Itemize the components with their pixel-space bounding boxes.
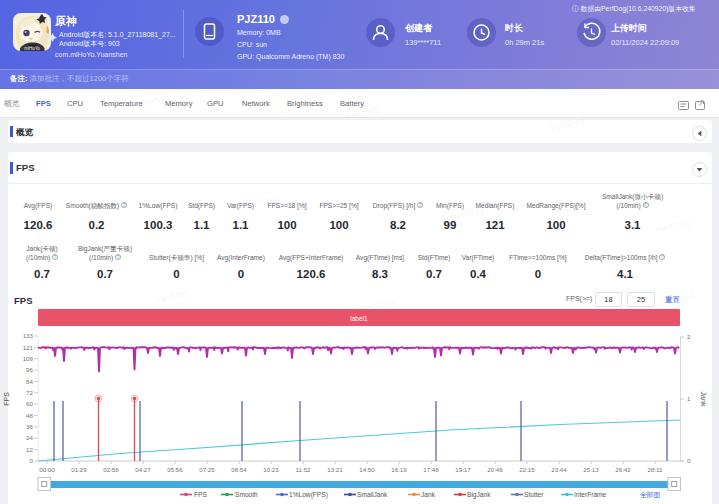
svg-text:01:29: 01:29 xyxy=(71,466,87,473)
svg-text:InterFrame: InterFrame xyxy=(574,491,607,498)
svg-text:label1: label1 xyxy=(350,315,368,322)
svg-text:17:48: 17:48 xyxy=(423,466,439,473)
svg-text:24: 24 xyxy=(26,434,33,441)
svg-text:26:42: 26:42 xyxy=(615,466,631,473)
svg-text:133: 133 xyxy=(23,332,34,339)
svg-text:60: 60 xyxy=(26,400,33,407)
svg-text:Jank: Jank xyxy=(421,491,436,498)
svg-text:36: 36 xyxy=(26,423,33,430)
svg-text:22:15: 22:15 xyxy=(519,466,535,473)
svg-text:121: 121 xyxy=(23,344,34,351)
svg-text:FPS: FPS xyxy=(194,491,207,498)
svg-text:00:00: 00:00 xyxy=(39,466,55,473)
svg-text:19:17: 19:17 xyxy=(455,466,471,473)
svg-text:48: 48 xyxy=(26,412,33,419)
svg-text:0: 0 xyxy=(30,457,34,464)
svg-text:02:58: 02:58 xyxy=(103,466,119,473)
svg-text:2: 2 xyxy=(687,333,691,340)
svg-text:28:11: 28:11 xyxy=(647,466,663,473)
svg-text:10:23: 10:23 xyxy=(263,466,279,473)
svg-text:Jank: Jank xyxy=(700,392,707,407)
svg-text:72: 72 xyxy=(26,389,33,396)
svg-text:04:27: 04:27 xyxy=(135,466,151,473)
svg-text:84: 84 xyxy=(26,378,33,385)
svg-text:07:25: 07:25 xyxy=(199,466,215,473)
svg-text:96: 96 xyxy=(26,366,33,373)
svg-text:SmallJank: SmallJank xyxy=(357,491,388,498)
svg-text:08:54: 08:54 xyxy=(231,466,247,473)
svg-text:20:46: 20:46 xyxy=(487,466,503,473)
svg-text:25:13: 25:13 xyxy=(583,466,599,473)
svg-text:Stutter: Stutter xyxy=(524,491,544,498)
svg-text:0: 0 xyxy=(687,457,691,464)
svg-text:05:56: 05:56 xyxy=(167,466,183,473)
svg-text:109: 109 xyxy=(23,355,34,362)
svg-text:FPS: FPS xyxy=(3,392,10,406)
svg-text:13:21: 13:21 xyxy=(327,466,343,473)
svg-text:12: 12 xyxy=(26,446,33,453)
svg-text:23:44: 23:44 xyxy=(551,466,567,473)
svg-text:全部图: 全部图 xyxy=(640,491,660,499)
svg-text:Smooth: Smooth xyxy=(235,491,258,498)
svg-text:1%Low(FPS): 1%Low(FPS) xyxy=(289,491,328,499)
svg-text:16:19: 16:19 xyxy=(391,466,407,473)
svg-text:14:50: 14:50 xyxy=(359,466,375,473)
svg-text:1: 1 xyxy=(687,395,691,402)
svg-text:miHoYo: miHoYo xyxy=(24,46,40,51)
svg-text:BigJank: BigJank xyxy=(467,491,491,499)
svg-text:11:52: 11:52 xyxy=(295,466,311,473)
